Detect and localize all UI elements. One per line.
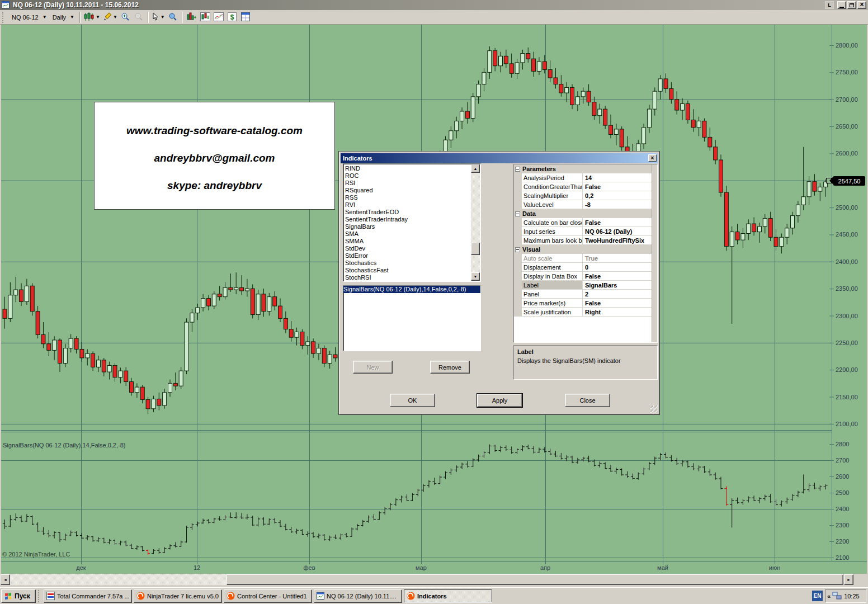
scrollbar-thumb[interactable] [471,243,480,255]
indicator-list-item[interactable]: RVI [345,201,480,209]
indicator-list-item[interactable]: SMMA [345,238,480,245]
property-description-title: Label [517,348,654,355]
indicator-list[interactable]: ▲ ▼ RINDROCRSIRSquaredRSSRVISentientTrad… [343,163,481,282]
indicator-list-item[interactable]: SMA [345,230,480,238]
scroll-down-icon[interactable]: ▼ [471,272,480,281]
start-button[interactable]: Пуск [1,589,36,603]
watermark-line: www.trading-software-catalog.com [95,125,334,137]
property-row-panel[interactable]: Panel2 [514,290,652,299]
start-button-label: Пуск [15,592,30,600]
taskbar-button-control-center-untitled1[interactable]: Control Center - Untitled1 [224,589,312,603]
taskbar: Пуск Total Commander 7.57a ...NinjaTrade… [0,587,868,604]
indicator-list-item[interactable]: SentientTraderIntraday [345,216,480,223]
taskbar-clock[interactable]: 10:25 [844,593,860,600]
property-row-valuelevel[interactable]: ValueLevel-8 [514,200,652,209]
svg-text:2800: 2800 [836,441,849,447]
property-row-input-series[interactable]: Input seriesNQ 06-12 (Daily) [514,227,652,236]
property-grid: ParametersAnalysisPeriod14ConditionGreat… [513,164,658,343]
window-chart-icon [317,592,324,601]
chart-horizontal-scrollbar: ◄ ► [0,574,868,586]
property-row-calculate-on-bar-close[interactable]: Calculate on bar closeFalse [514,218,652,227]
resize-grip[interactable] [650,405,658,413]
svg-text:2100,00: 2100,00 [836,421,858,427]
scroll-up-icon[interactable]: ▲ [471,164,480,173]
last-price-marker: 2547,50 [833,176,865,186]
language-indicator[interactable]: EN [812,591,823,601]
property-grid-scrollbar[interactable] [652,164,657,342]
ok-button[interactable]: OK [390,394,435,407]
indicator-list-item[interactable]: StochasticsFast [345,267,480,274]
property-row-conditiongreaterthar[interactable]: ConditionGreaterTharFalse [514,182,652,191]
property-category-parameters[interactable]: Parameters [514,164,652,173]
watermark-box: www.trading-software-catalog.com andreyb… [94,102,335,210]
svg-text:2700,00: 2700,00 [836,96,858,103]
indicator-list-item[interactable]: RIND [345,165,480,172]
indicator-list-item[interactable]: SentientTraderEOD [345,209,480,216]
indicator-list-item[interactable]: SignalBars [345,223,480,230]
indicator-list-item[interactable]: RSS [345,194,480,201]
remove-button[interactable]: Remove [430,361,470,374]
collapse-icon[interactable] [515,247,520,252]
new-button: New [353,361,393,374]
scrollbar-corner [854,574,868,586]
svg-text:2100: 2100 [836,554,849,561]
svg-text:июн: июн [769,564,780,571]
indicator-list-item[interactable]: RSquared [345,187,480,194]
watermark-line: skype: andreybbrv [95,180,334,192]
indicator-list-item[interactable]: StochRSI [345,274,480,281]
taskbar-button-total-commander-7-57a-[interactable]: Total Commander 7.57a ... [44,589,132,603]
svg-text:мар: мар [416,564,427,571]
svg-text:2450,00: 2450,00 [836,231,858,238]
taskbar-button-ninjatrader-7-lic-emu-v5-06[interactable]: NinjaTrader 7 lic.emu v5.06 [134,589,222,603]
close-dialog-button[interactable]: Close [565,394,610,407]
property-row-maximum-bars-look-ba[interactable]: Maximum bars look baTwoHundredFiftySix [514,236,652,245]
dialog-close-icon[interactable]: × [648,154,657,162]
quick-launch-separator [38,590,41,602]
taskbar-button-indicators[interactable]: Indicators [404,589,492,603]
dialog-titlebar[interactable]: Indicators × [341,153,658,163]
watermark-line: andreybbrv@gmail.com [95,152,334,164]
svg-text:2200: 2200 [836,538,849,545]
property-category-data[interactable]: Data [514,209,652,218]
property-row-label[interactable]: LabelSignalBars [514,281,652,290]
selected-indicator-list[interactable]: SignalBars(NQ 06-12 (Daily),14,False,0,2… [343,285,481,351]
property-row-price-marker-s-[interactable]: Price marker(s)False [514,299,652,308]
property-row-scale-justification[interactable]: Scale justificationRight [514,308,652,317]
apply-button[interactable]: Apply [477,394,522,407]
network-icon[interactable] [832,592,842,601]
property-row-displacement[interactable]: Displacement0 [514,263,652,272]
dialog-title: Indicators [343,155,372,162]
indicator-list-item[interactable]: RSI [345,180,480,187]
windows-logo-icon [4,592,12,601]
indicator-list-item[interactable]: StdDev [345,245,480,252]
svg-text:2400,00: 2400,00 [836,258,858,265]
selected-indicator-item[interactable]: SignalBars(NQ 06-12 (Daily),14,False,0,2… [343,286,480,293]
svg-text:2800,00: 2800,00 [836,42,858,49]
svg-text:дек: дек [76,564,86,571]
indicator-list-scrollbar[interactable]: ▲ ▼ [471,164,480,281]
collapse-icon[interactable] [515,211,520,216]
scroll-right-icon[interactable]: ► [844,574,853,585]
indicator-list-item[interactable]: ROC [345,172,480,180]
indicator-list-item[interactable]: Stochastics [345,259,480,267]
svg-text:2300,00: 2300,00 [836,313,858,319]
ninjatrader-icon [227,592,235,601]
svg-text:2750,00: 2750,00 [836,69,858,76]
property-row-analysisperiod[interactable]: AnalysisPeriod14 [514,173,652,182]
scrollbar-thumb[interactable] [227,574,843,585]
property-row-display-in-data-box[interactable]: Display in Data BoxFalse [514,272,652,281]
taskbar-button-nq-06-12-daily-10-11-[interactable]: NQ 06-12 (Daily) 10.11.... [314,589,402,603]
property-row-auto-scale[interactable]: Auto scaleTrue [514,254,652,263]
scroll-left-icon[interactable]: ◄ [1,574,10,585]
svg-text:2700: 2700 [836,457,849,464]
collapse-icon[interactable] [515,167,520,172]
svg-text:2250,00: 2250,00 [836,339,858,346]
svg-text:2500: 2500 [836,489,849,496]
property-category-visual[interactable]: Visual [514,245,652,254]
copyright-text: © 2012 NinjaTrader, LLC [2,551,70,558]
indicator-list-item[interactable]: StdError [345,252,480,259]
tray-expand-button[interactable]: « [827,593,831,600]
property-description-text: Displays the SignalBars(SM) indicator [517,357,654,364]
tc-icon [46,592,55,601]
property-row-scalingmultiplier[interactable]: ScalingMultiplier0,2 [514,191,652,200]
